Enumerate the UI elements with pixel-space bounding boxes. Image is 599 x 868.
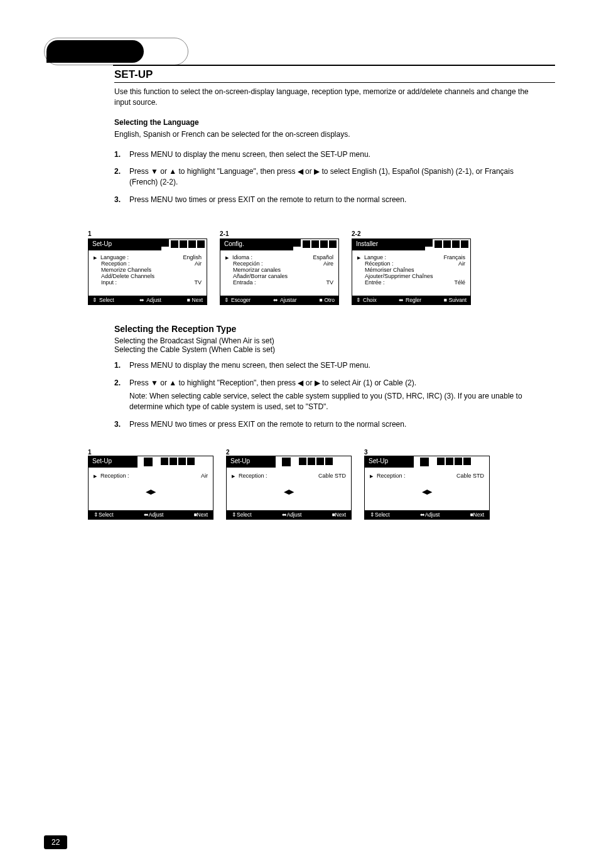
checker-icon xyxy=(161,458,168,465)
m2-f0: Escoger xyxy=(231,297,251,303)
b1-title: Set-Up xyxy=(89,456,138,468)
r-step-2-note: Note: When selecting cable service, sele… xyxy=(129,391,530,413)
b2-f1: Adjust xyxy=(287,512,302,518)
tab-black-pill xyxy=(46,40,144,63)
grid-icon xyxy=(452,240,460,248)
m1-r0-lbl: Language : xyxy=(100,254,180,260)
b3-f1: Adjust xyxy=(425,512,440,518)
b3-title: Set-Up xyxy=(365,456,414,468)
antenna-icon xyxy=(446,458,453,465)
recep-box-2-label: 2 xyxy=(226,449,352,456)
b1-f0: Select xyxy=(99,512,114,518)
m1-f0: Select xyxy=(99,297,114,303)
antenna-icon xyxy=(170,458,177,465)
step-3: 3. Press MENU two times or press EXIT on… xyxy=(114,195,530,205)
b2-f2: Next xyxy=(335,512,346,518)
checker-icon xyxy=(434,240,442,248)
m3-r0-val: Français xyxy=(443,254,465,260)
recep-box-1: 1 Set-Up Reception :Air ◀▶ xyxy=(88,449,213,520)
square-icon: ■ xyxy=(444,297,447,303)
m1-f2: Next xyxy=(192,297,203,303)
updown-icon: ⇕ xyxy=(224,297,229,303)
section-tab xyxy=(44,38,188,65)
checker-icon xyxy=(437,458,445,465)
speaker-icon xyxy=(329,240,337,248)
cursor-icon xyxy=(232,473,235,479)
step-3-num: 3. xyxy=(114,195,129,205)
b1-f1: Adjust xyxy=(149,512,164,518)
b3-lbl: Reception : xyxy=(377,473,454,479)
m1-f1: Adjust xyxy=(146,297,161,303)
m2-r2-lbl: Memorizar canales xyxy=(233,267,333,273)
language-heading: Selecting the Language xyxy=(114,117,530,128)
r-step-2: 2. Press ▼ or ▲ to highlight "Reception"… xyxy=(114,378,530,413)
step-2: 2. Press ▼ or ▲ to highlight "Language",… xyxy=(114,166,530,188)
grid-icon xyxy=(282,458,291,466)
b2-lbl: Reception : xyxy=(239,473,316,479)
page-number: 22 xyxy=(44,835,67,849)
r-step-1: 1. Press MENU to display the menu screen… xyxy=(114,360,530,371)
step-2-text: Press ▼ or ▲ to highlight "Language", th… xyxy=(129,166,530,188)
recep-box-1-label: 1 xyxy=(88,449,213,456)
cursor-icon xyxy=(225,254,229,260)
m3-r1-lbl: Réception : xyxy=(365,260,456,267)
m2-r1-lbl: Recepción : xyxy=(233,260,321,267)
arrows-icon: ◀▶ xyxy=(232,488,346,496)
reception-left-row1: Selecting the Broadcast Signal (When Air… xyxy=(114,336,328,345)
speaker-icon xyxy=(325,458,333,465)
m3-r2-lbl: Mémoriser Chaînes xyxy=(365,267,465,273)
checker-icon xyxy=(299,458,306,465)
leftright-icon: ⬌ xyxy=(144,512,149,518)
b1-lbl: Reception : xyxy=(100,473,198,479)
m1-r4-lbl: Input : xyxy=(101,279,192,286)
menu-box-2-label: 2-1 xyxy=(220,230,339,237)
clock-icon xyxy=(311,240,319,248)
menu-box-1-label: 1 xyxy=(88,230,207,237)
clock-icon xyxy=(455,458,462,465)
recep-box-3: 3 Set-Up Reception :Cable STD xyxy=(364,449,490,520)
speaker-icon xyxy=(461,240,468,248)
r-step-1-num: 1. xyxy=(114,360,129,371)
leftright-icon: ⬌ xyxy=(273,297,278,303)
b2-val: Cable STD xyxy=(318,473,346,479)
r-step-3: 3. Press MENU two times or press EXIT on… xyxy=(114,419,530,430)
arrows-icon: ◀▶ xyxy=(370,488,484,496)
cursor-icon xyxy=(94,473,97,479)
b3-val: Cable STD xyxy=(456,473,484,479)
title-underline xyxy=(114,82,555,83)
clock-icon xyxy=(180,240,187,248)
b1-val: Air xyxy=(201,473,208,479)
antenna-icon xyxy=(308,458,315,465)
square-icon: ■ xyxy=(186,297,190,303)
r-step-3-num: 3. xyxy=(114,419,129,430)
antenna-icon xyxy=(293,239,301,247)
m2-r4-lbl: Entrada : xyxy=(233,279,323,286)
antenna-icon xyxy=(161,239,169,247)
m2-r0-val: Español xyxy=(313,254,333,260)
m3-f2: Suivant xyxy=(449,297,467,303)
step-1-num: 1. xyxy=(114,149,129,160)
language-text: English, Spanish or French can be select… xyxy=(114,129,530,140)
clock-icon xyxy=(316,458,324,465)
cursor-icon xyxy=(357,254,360,260)
leftright-icon: ⬌ xyxy=(139,297,144,303)
updown-icon: ⇕ xyxy=(232,512,237,518)
grid-icon xyxy=(188,240,196,248)
m3-r4-val: Télé xyxy=(454,279,465,286)
checker-icon xyxy=(303,240,310,248)
arrows-icon: ◀▶ xyxy=(94,488,208,496)
m3-f1: Regler xyxy=(406,297,421,303)
updown-icon: ⇕ xyxy=(356,297,361,303)
m2-r4-val: TV xyxy=(326,279,333,286)
leftright-icon: ⬌ xyxy=(420,512,425,518)
leftright-icon: ⬌ xyxy=(399,297,404,303)
m1-r1-lbl: Reception : xyxy=(101,260,192,267)
section-title: SET-UP xyxy=(114,68,555,81)
menu3-title: Installer xyxy=(352,239,425,250)
step-1-text: Press MENU to display the menu screen, t… xyxy=(129,149,530,160)
menu-box-1: 1 Set-Up Language :English Reception :Ai… xyxy=(88,230,207,305)
step-1: 1. Press MENU to display the menu screen… xyxy=(114,149,530,160)
menu-box-2: 2-1 Config. Idioma :Español Recepción :A… xyxy=(220,230,339,305)
menu2-title: Config. xyxy=(220,239,293,250)
m1-r4-val: TV xyxy=(194,279,202,286)
